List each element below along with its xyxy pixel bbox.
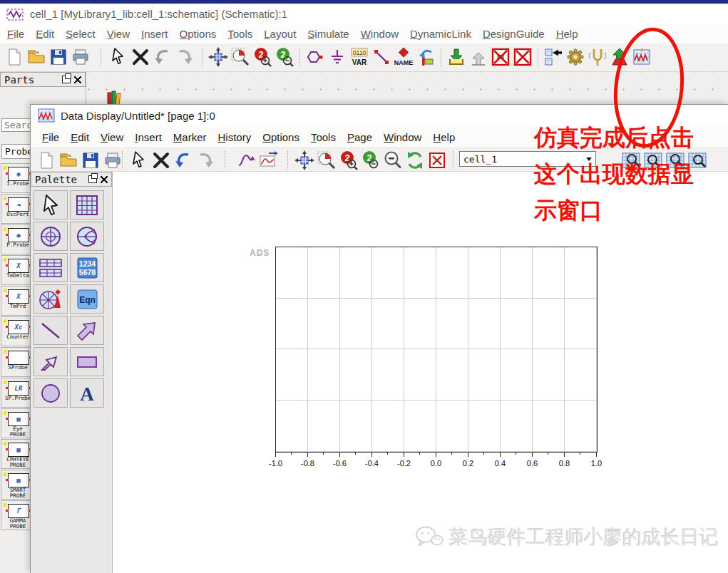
print-icon[interactable] (103, 150, 123, 170)
ads-brand-label: ADS (250, 248, 270, 258)
toolbar-separator (225, 151, 225, 170)
close-box-icon[interactable] (427, 150, 447, 170)
delete-icon[interactable] (151, 150, 171, 170)
menu-item[interactable]: File (36, 129, 65, 145)
insert-ground-icon[interactable] (327, 47, 347, 67)
palette-panel-header[interactable]: Palette (31, 172, 112, 187)
plot-update-icon[interactable] (258, 150, 278, 170)
insert-var-icon[interactable]: 0110VAR (349, 47, 369, 67)
svg-text:0110: 0110 (353, 49, 366, 56)
zoom-area-icon[interactable] (230, 47, 250, 67)
zoom-out-2x-icon[interactable]: 2 (275, 47, 294, 67)
x-tick-label: 0.0 (420, 459, 452, 468)
zoom-out-icon[interactable] (383, 150, 403, 170)
palette-list-plot-icon[interactable] (34, 253, 68, 282)
pan-icon[interactable] (294, 150, 314, 170)
new-file-icon[interactable] (4, 47, 24, 67)
new-file-icon[interactable] (36, 150, 56, 170)
menu-item[interactable]: View (95, 129, 129, 145)
menu-item[interactable]: Help (427, 129, 461, 145)
tune-parameters-icon[interactable] (588, 47, 607, 67)
activate-icon[interactable] (468, 47, 488, 67)
menu-item[interactable]: Simulate (302, 26, 354, 42)
x-tick-label: -1.0 (260, 459, 292, 468)
save-icon[interactable] (48, 47, 68, 67)
insert-name-icon[interactable]: NAME (394, 47, 414, 67)
dd-window-title: Data Display/Untitled* [page 1]:0 (61, 110, 215, 122)
menu-item[interactable]: Insert (129, 129, 168, 145)
select-cursor-icon[interactable] (129, 150, 149, 170)
menu-item[interactable]: Options (257, 129, 305, 145)
empty-plot[interactable] (275, 247, 598, 453)
print-icon[interactable] (71, 47, 91, 67)
open-folder-icon[interactable] (58, 150, 78, 170)
file-toolbar-group (4, 47, 91, 67)
palette-rectangular-plot-icon[interactable] (70, 190, 104, 220)
menu-item[interactable]: Window (355, 26, 404, 42)
menu-item[interactable]: Marker (168, 129, 212, 145)
palette-line-icon[interactable] (34, 316, 68, 345)
menu-item[interactable]: DynamicLink (404, 26, 477, 42)
palette-arrow-icon[interactable] (70, 316, 104, 345)
menu-item[interactable]: History (212, 129, 257, 145)
insert-wire-icon[interactable] (371, 47, 391, 67)
palette-polyline-icon[interactable] (34, 347, 68, 376)
insert-marker-icon[interactable] (236, 150, 256, 170)
menu-item[interactable]: Page (342, 129, 378, 145)
select-cursor-icon[interactable] (108, 47, 128, 67)
parts-panel-header[interactable]: Parts (0, 72, 86, 87)
delete-icon[interactable] (130, 47, 150, 67)
push-into-hierarchy-icon[interactable] (543, 47, 563, 67)
menu-item[interactable]: Tools (222, 26, 258, 42)
svg-text:A: A (80, 383, 94, 404)
pan-icon[interactable] (208, 47, 228, 67)
menu-item[interactable]: Help (550, 26, 584, 42)
palette-grid: 12345678 Eqn A (31, 187, 112, 411)
schematic-window-icon (6, 5, 24, 24)
menu-item[interactable]: Select (60, 26, 101, 42)
menu-item[interactable]: Window (378, 129, 427, 145)
part-component-icon: Xc (8, 320, 29, 334)
menu-item[interactable]: Edit (65, 129, 95, 145)
simulation-settings-gear-icon[interactable] (565, 47, 585, 67)
open-folder-icon[interactable] (26, 47, 46, 67)
palette-smith-chart-icon[interactable] (70, 222, 104, 251)
menu-item[interactable]: View (101, 26, 135, 42)
ads-application: cell_1 [MyLibrary1_lib:cell_1:schematic]… (0, 0, 728, 573)
palette-circle-icon[interactable] (34, 378, 68, 408)
deactivate-all-icon[interactable] (513, 47, 533, 67)
panel-float-icon[interactable] (88, 175, 97, 183)
menu-item[interactable]: Edit (30, 26, 60, 42)
panel-close-icon[interactable] (101, 176, 108, 183)
zoom-in-2x-icon[interactable]: 2 (252, 47, 272, 67)
palette-select-cursor-icon[interactable] (34, 190, 68, 220)
menu-item[interactable]: Insert (135, 26, 174, 42)
palette-equation-icon[interactable]: Eqn (70, 284, 104, 314)
save-icon[interactable] (81, 150, 101, 170)
deactivate-icon[interactable] (491, 47, 511, 67)
panel-float-icon[interactable] (62, 76, 71, 83)
insert-component-icon[interactable] (305, 47, 325, 67)
undo-icon[interactable] (173, 150, 193, 170)
palette-rectangle-icon[interactable] (70, 347, 104, 376)
undo-icon[interactable] (153, 47, 173, 67)
zoom-area-icon[interactable] (317, 150, 337, 170)
panel-close-icon[interactable] (74, 76, 81, 83)
refresh-plot-icon[interactable] (405, 150, 425, 170)
menu-item[interactable]: Options (174, 26, 222, 42)
palette-polar-plot-icon[interactable] (34, 222, 68, 251)
redo-icon[interactable] (175, 47, 195, 67)
palette-numeric-display-icon[interactable]: 12345678 (70, 253, 104, 282)
palette-antenna-plot-icon[interactable] (34, 284, 68, 314)
dd-canvas[interactable]: ADS -1.0-0.8-0.6-0.4-0.20.00.20.40.60.81… (113, 172, 728, 573)
zoom-out-2x-icon[interactable]: 2 (361, 150, 381, 170)
insert-template-icon[interactable] (446, 47, 466, 67)
menu-item[interactable]: Layout (258, 26, 302, 42)
menu-item[interactable]: File (1, 26, 30, 42)
zoom-in-2x-icon[interactable]: 2 (339, 150, 359, 170)
insert-wire-route-icon[interactable] (416, 47, 436, 67)
redo-icon[interactable] (195, 150, 215, 170)
palette-text-icon[interactable]: A (70, 378, 104, 408)
menu-item[interactable]: Tools (305, 129, 342, 145)
menu-item[interactable]: DesignGuide (477, 26, 550, 42)
